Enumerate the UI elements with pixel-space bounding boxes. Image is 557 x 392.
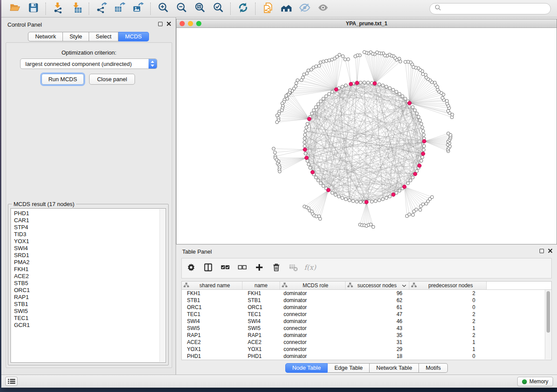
graph-node[interactable] [300, 79, 303, 82]
graph-hub-node[interactable] [304, 156, 308, 160]
function-builder-button[interactable]: f(x) [306, 264, 315, 273]
cell-name[interactable]: TEC1 [242, 311, 280, 317]
graph-node[interactable] [378, 199, 381, 202]
column-header-shared-name[interactable]: shared name [182, 282, 242, 289]
column-header-name[interactable]: name [242, 282, 280, 289]
graph-node[interactable] [419, 208, 422, 211]
cell-name[interactable]: STB1 [242, 297, 280, 303]
cell-shared-name[interactable]: PHD1 [182, 353, 242, 359]
cell-name[interactable]: SWI5 [242, 325, 280, 331]
cell-predecessor-nodes[interactable]: 0 [409, 297, 487, 303]
graph-node[interactable] [341, 85, 344, 88]
mcds-result-item[interactable]: ACE2 [14, 273, 166, 280]
graph-node[interactable] [352, 199, 355, 203]
graph-hub-node[interactable] [334, 88, 338, 92]
close-panel-button[interactable]: Close panel [89, 74, 135, 85]
graph-node[interactable] [328, 93, 331, 96]
graph-node[interactable] [273, 151, 277, 154]
table-tab-network-table[interactable]: Network Table [370, 363, 419, 373]
global-search[interactable] [429, 3, 551, 14]
graph-node[interactable] [445, 100, 448, 103]
graph-node[interactable] [415, 208, 418, 211]
graph-node[interactable] [355, 200, 358, 203]
cell-shared-name[interactable]: YOX1 [182, 346, 242, 352]
cell-MCDS-role[interactable]: dominator [280, 290, 346, 296]
graph-node[interactable] [325, 59, 328, 62]
refresh-view-button[interactable] [234, 2, 252, 16]
graph-node[interactable] [285, 94, 288, 97]
graph-node[interactable] [378, 83, 381, 86]
cell-predecessor-nodes[interactable]: 0 [409, 353, 487, 359]
graph-node[interactable] [404, 60, 407, 63]
graph-node[interactable] [446, 110, 450, 113]
cell-shared-name[interactable]: ACE2 [182, 339, 242, 345]
graph-node[interactable] [302, 73, 305, 76]
tab-network[interactable]: Network [28, 32, 63, 41]
graph-hub-node[interactable] [311, 170, 315, 174]
table-row[interactable]: ACE2ACE2connector311 [182, 339, 551, 346]
graph-hub-node[interactable] [355, 81, 359, 85]
graph-node[interactable] [422, 203, 425, 206]
mcds-result-item[interactable]: SRD1 [14, 252, 166, 259]
graph-node[interactable] [388, 86, 391, 89]
mcds-result-item[interactable]: PHD1 [14, 210, 166, 217]
graph-node[interactable] [367, 81, 370, 84]
cell-predecessor-nodes[interactable]: 1 [409, 325, 487, 331]
table-row[interactable]: RAP1RAP1dominator352 [182, 332, 551, 339]
mcds-result-item[interactable]: CAR1 [14, 217, 166, 224]
search-input[interactable] [444, 5, 546, 12]
zoom-fit-button[interactable] [190, 2, 209, 16]
export-table-button[interactable] [111, 2, 129, 16]
cell-name[interactable]: SWI4 [242, 318, 280, 324]
export-network-button[interactable] [92, 2, 111, 16]
mcds-result-item[interactable]: ORC1 [14, 287, 166, 294]
graph-node[interactable] [420, 122, 423, 125]
graph-node[interactable] [344, 198, 347, 201]
table-row[interactable]: TEC1TEC1connector472 [182, 311, 551, 318]
graph-node[interactable] [447, 132, 450, 135]
graph-hub-node[interactable] [391, 193, 395, 197]
graph-node[interactable] [385, 196, 388, 199]
graph-node[interactable] [385, 85, 388, 88]
graph-node[interactable] [331, 191, 334, 194]
mcds-result-item[interactable]: STB5 [14, 280, 166, 287]
graph-node[interactable] [325, 95, 328, 98]
table-tab-motifs[interactable]: Motifs [419, 363, 448, 373]
graph-node[interactable] [295, 82, 298, 85]
cell-predecessor-nodes[interactable]: 1 [409, 339, 487, 345]
cell-successor-nodes[interactable]: 29 [346, 346, 409, 352]
graph-node[interactable] [415, 112, 419, 115]
graph-node[interactable] [419, 119, 422, 122]
table-row[interactable]: ORC1ORC1dominator610 [182, 304, 551, 311]
graph-hub-node[interactable] [303, 148, 307, 151]
graph-node[interactable] [303, 144, 306, 148]
column-header-MCDS-role[interactable]: MCDS role [280, 282, 346, 289]
graph-node[interactable] [310, 112, 313, 115]
zoom-selected-button[interactable] [209, 2, 227, 16]
show-all-button[interactable] [314, 2, 332, 16]
graph-hub-node[interactable] [308, 117, 311, 121]
cell-shared-name[interactable]: TEC1 [182, 311, 242, 317]
graph-node[interactable] [341, 196, 344, 199]
graph-node[interactable] [306, 122, 309, 125]
close-table-panel-icon[interactable] [548, 248, 553, 253]
graph-node[interactable] [359, 200, 362, 203]
cell-successor-nodes[interactable]: 46 [346, 318, 409, 324]
cell-shared-name[interactable]: STB1 [182, 297, 242, 303]
graph-node[interactable] [331, 90, 334, 93]
cell-MCDS-role[interactable]: connector [280, 325, 346, 331]
table-tab-node-table[interactable]: Node Table [285, 363, 328, 373]
import-network-button[interactable] [49, 2, 67, 16]
graph-node[interactable] [348, 199, 351, 202]
graph-node[interactable] [303, 137, 306, 140]
cell-shared-name[interactable]: SWI4 [182, 318, 242, 324]
graph-node[interactable] [391, 88, 394, 91]
graph-node[interactable] [421, 156, 424, 159]
close-panel-icon[interactable] [166, 21, 171, 26]
graph-node[interactable] [310, 68, 313, 71]
zoom-out-button[interactable] [172, 2, 190, 16]
graph-hub-node[interactable] [413, 172, 417, 176]
open-file-button[interactable] [6, 2, 24, 16]
duplicate-network-button[interactable] [259, 2, 277, 16]
graph-node[interactable] [319, 182, 322, 185]
